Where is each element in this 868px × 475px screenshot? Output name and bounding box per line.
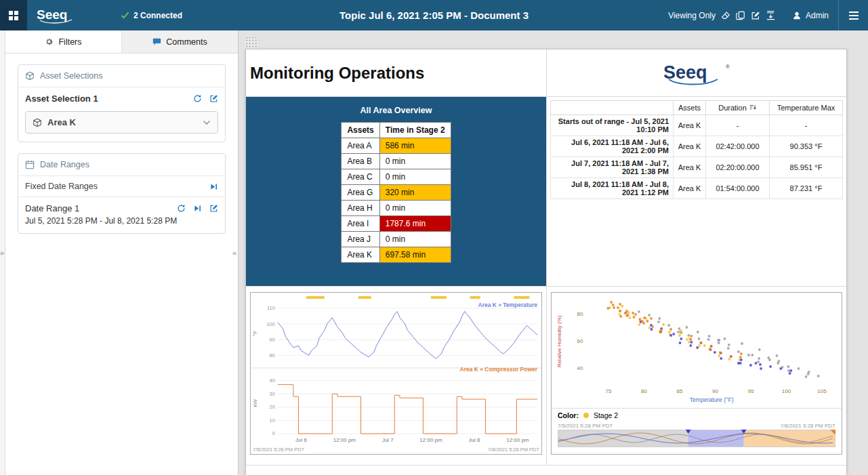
overview-table: AssetsTime in Stage 2 Area A586 minArea … [341,122,451,263]
svg-text:Area K » Temperature: Area K » Temperature [478,302,538,308]
overview-row: Area K697.58 min [342,247,451,263]
hamburger-icon [848,11,859,20]
connection-status[interactable]: 2 Connected [121,11,182,20]
asset-selection-row: Asset Selection 1 [18,87,225,110]
sidebar: Filters Comments Asset Selections Asset … [5,30,239,475]
capsule-column-header: Temperature Max [770,101,843,115]
capsule-header-row: AssetsDurationTemperature Max [551,101,843,115]
tab-comments[interactable]: Comments [122,30,238,53]
topbar: Seeq 2 Connected Topic Jul 6, 2021 2:05 … [0,0,868,30]
temp-max-cell: 85.951 °F [770,157,843,178]
scatter-timestamps: 7/5/2021 5:28 PM PDT 7/8/2021 5:28 PM PD… [552,421,842,430]
svg-text:80: 80 [270,352,275,358]
collapse-sidebar-icon[interactable]: « [232,249,236,257]
range-end-label: 7/8/2021 5:28 PM PDT [781,423,835,429]
document-mid-row: All Area Overview AssetsTime in Stage 2 … [246,97,846,287]
edit-icon[interactable] [209,204,218,213]
asset-dropdown[interactable]: Area K [25,111,218,133]
svg-text:80: 80 [641,388,648,394]
asset-selections-title: Asset Selections [40,71,102,81]
edit-icon[interactable] [209,94,218,103]
overview-panel: All Area Overview AssetsTime in Stage 2 … [246,97,547,286]
svg-text:12:00 pm: 12:00 pm [333,437,356,443]
document-logo: Seeq ® [547,49,846,96]
viewing-only-group: Viewing Only PDF [668,10,776,20]
date-ranges-panel: Date Ranges Fixed Date Ranges Date Range… [18,153,226,234]
duration-cell: 01:54:00.000 [706,178,770,199]
svg-text:40: 40 [270,377,275,384]
pdf-export-icon[interactable]: PDF [766,10,776,20]
left-rail: » [0,30,5,475]
overview-row: Area G320 min [342,185,451,201]
refresh-icon[interactable] [193,94,202,103]
cube-icon [25,71,35,81]
trend-chart-container[interactable]: 8090100110010203040Area K » TemperatureA… [250,292,542,455]
document-title: Monitoring Operations [250,64,424,83]
svg-text:PDF: PDF [767,10,774,14]
svg-text:85: 85 [676,388,683,394]
range-strip[interactable] [558,430,835,447]
capsule-cell: Jul 6, 2021 11:18 AM - Jul 6, 2021 2:00 … [551,136,674,157]
svg-text:Relative Humidity (%): Relative Humidity (%) [556,315,562,367]
svg-text:kW: kW [252,399,258,407]
document-charts-row: 8090100110010203040Area K » TemperatureA… [246,287,846,466]
svg-text:100: 100 [782,388,791,394]
temp-max-cell: - [770,115,843,136]
fixed-date-ranges-row: Fixed Date Ranges [18,176,225,197]
capsule-cell: Jul 7, 2021 11:18 AM - Jul 7, 2021 1:38 … [551,157,674,178]
asset-cell: Area K [674,178,706,199]
svg-text:°F: °F [252,331,258,336]
svg-text:90: 90 [270,337,275,343]
time-in-stage-cell: 320 min [379,185,451,201]
calendar-icon [25,160,35,169]
eraser-icon[interactable] [721,11,730,20]
duration-cell: 02:42:00.000 [706,136,770,157]
overview-row: Area B0 min [342,154,451,169]
svg-text:Temperature (°F): Temperature (°F) [690,396,734,403]
capsule-row: Starts out of range - Jul 5, 2021 10:10 … [551,115,843,136]
tab-comments-label: Comments [166,37,207,47]
user-menu[interactable]: Admin [783,11,838,20]
check-icon [121,12,129,19]
cube-icon [33,118,42,127]
svg-text:40: 40 [577,366,583,372]
capsule-body: Starts out of range - Jul 5, 2021 10:10 … [551,115,843,199]
hamburger-menu[interactable] [838,0,868,30]
date-range-period: Jul 5, 2021 5:28 PM - Jul 8, 2021 5:28 P… [18,215,225,233]
step-to-end-icon[interactable] [193,204,202,213]
capsule-column-header: Assets [674,101,706,115]
svg-text:12:00 pm: 12:00 pm [506,437,529,443]
scatter-chart-container[interactable]: 7580859095100105406080Temperature (°F)Re… [551,292,842,455]
svg-text:Area K » Compressor Power: Area K » Compressor Power [460,366,538,373]
svg-text:90: 90 [712,388,719,394]
sidebar-tabbar: Filters Comments [5,30,238,54]
expand-panel-icon[interactable]: » [0,249,4,257]
svg-text:7/8/2021 5:28 PM PDT: 7/8/2021 5:28 PM PDT [488,447,539,453]
refresh-icon[interactable] [177,204,186,213]
asset-cell: Area K [674,157,706,178]
asset-selections-panel: Asset Selections Asset Selection 1 Area … [18,64,226,142]
duration-cell: - [706,115,770,136]
step-to-end-icon[interactable] [209,182,218,191]
svg-text:60: 60 [577,339,583,345]
drag-handle-icon[interactable] [245,36,257,48]
tab-filters-label: Filters [58,37,81,47]
asset-cell: Area A [342,138,379,154]
time-in-stage-cell: 0 min [379,154,451,169]
svg-text:7/5/2021 5:28 PM PDT: 7/5/2021 5:28 PM PDT [253,447,304,453]
copy-icon[interactable] [736,11,745,20]
overview-row: Area J0 min [342,232,451,247]
connection-label: 2 Connected [133,11,182,20]
svg-text:20: 20 [270,404,275,410]
edit-document-icon[interactable] [751,11,760,20]
svg-text:Jul 8: Jul 8 [469,437,480,443]
tab-filters[interactable]: Filters [5,30,122,53]
overview-row: Area I1787.6 min [342,216,451,232]
svg-text:30: 30 [270,391,275,397]
capsule-column-header[interactable]: Duration [706,101,770,115]
comment-bubble-icon [152,37,161,46]
capsule-column-header [551,101,674,115]
topic-document: Monitoring Operations Seeq ® All Area Ov… [245,49,847,475]
apps-button[interactable] [0,0,27,30]
seeq-logo[interactable]: Seeq [35,6,80,27]
